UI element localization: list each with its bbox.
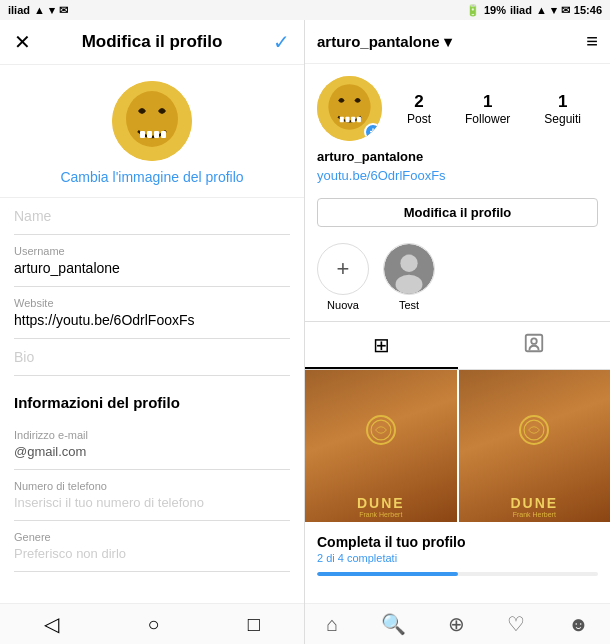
stat-posts: 2 Post [407,92,431,126]
stories-row: + Nuova Test [305,233,610,321]
battery-percent: 19% [484,4,506,16]
username-value: arturo_pantalone [14,260,290,276]
svg-point-7 [328,84,370,130]
edit-profile-button[interactable]: Modifica il profilo [317,198,598,227]
gender-label: Genere [14,531,290,543]
signal-icon-right: ▲ [536,4,547,16]
photo-cell-2[interactable]: DUNE Frank Herbert [459,370,611,522]
svg-point-18 [524,421,544,441]
form-section: Name Username arturo_pantalone Website h… [0,198,304,376]
email-field[interactable]: Indirizzo e-mail @gmail.com [14,419,290,470]
change-photo-button[interactable]: Cambia l'immagine del profilo [60,169,243,185]
profile-name: arturo_pantalone [317,149,598,164]
photo-grid: DUNE Frank Herbert DUNE Frank Herbert [305,370,610,522]
test-story-avatar [384,243,434,295]
gender-field[interactable]: Genere Preferisco non dirlo [14,521,290,572]
info-section-title: Informazioni del profilo [0,376,304,419]
svg-rect-3 [147,131,152,138]
left-header: ✕ Modifica il profilo ✓ [0,20,304,65]
profile-link[interactable]: youtu.be/6OdrlFooxFs [317,168,446,183]
svg-rect-5 [161,131,166,138]
phone-placeholder: Inserisci il tuo numero di telefono [14,495,290,510]
notifications-icon-right: ✉ [561,4,570,17]
name-field[interactable]: Name [14,198,290,235]
test-story-label: Test [399,299,419,311]
name-placeholder: Name [14,208,290,224]
website-label: Website [14,297,290,309]
status-bar-left: iliad ▲ ▾ ✉ [8,4,68,17]
dune-emblem-2 [519,415,549,445]
progress-fill [317,572,458,576]
followers-label: Follower [465,112,510,126]
recents-nav-icon[interactable]: □ [248,613,260,636]
dune-cover-2: DUNE Frank Herbert [459,370,611,522]
svg-point-17 [371,421,391,441]
grid-icon: ⊞ [373,333,390,357]
home-nav-icon[interactable]: ○ [147,613,159,636]
new-story-circle[interactable]: + [317,243,369,295]
svg-rect-8 [340,117,344,123]
posts-label: Post [407,112,431,126]
add-story-icon: + [337,256,350,282]
tab-grid[interactable]: ⊞ [305,322,458,369]
signal-icon: ▲ [34,4,45,16]
story-new[interactable]: + Nuova [317,243,369,311]
username-field[interactable]: Username arturo_pantalone [14,235,290,287]
test-story-circle[interactable] [383,243,435,295]
dune-emblem-svg-2 [523,419,545,441]
wifi-icon-right: ▾ [551,4,557,17]
dune-cover-1: DUNE Frank Herbert [305,370,457,522]
website-field[interactable]: Website https://youtu.be/6OdrlFooxFs [14,287,290,339]
followers-count: 1 [483,92,492,112]
username-label: Username [14,245,290,257]
hamburger-menu-icon[interactable]: ≡ [586,30,598,53]
carrier-right: iliad [510,4,532,16]
profile-info-right: arturo_pantalone youtu.be/6OdrlFooxFs [305,149,610,192]
avatar-right[interactable]: + [317,76,382,141]
confirm-checkmark-icon[interactable]: ✓ [273,30,290,54]
svg-rect-2 [140,131,145,138]
bio-field[interactable]: Bio [14,339,290,376]
story-test[interactable]: Test [383,243,435,311]
photo-cell-1[interactable]: DUNE Frank Herbert [305,370,457,522]
complete-profile-section: Completa il tuo profilo 2 di 4 completat… [305,522,610,588]
username-text: arturo_pantalone [317,33,440,50]
home-tab-icon[interactable]: ⌂ [326,613,338,636]
svg-rect-4 [154,131,159,138]
add-tab-icon[interactable]: ⊕ [448,612,465,636]
dune-subtitle-1: Frank Herbert [359,511,402,518]
phone-field[interactable]: Numero di telefono Inserisci il tuo nume… [14,470,290,521]
status-bar-right: 🔋 19% iliad ▲ ▾ ✉ 15:46 [466,4,602,17]
avatar-left[interactable] [112,81,192,161]
tagged-icon [523,332,545,359]
email-value: @gmail.com [14,444,290,459]
right-panel: arturo_pantalone ▾ ≡ + [305,20,610,644]
complete-profile-title: Completa il tuo profilo [317,534,598,550]
likes-tab-icon[interactable]: ♡ [507,612,525,636]
email-label: Indirizzo e-mail [14,429,290,441]
tab-tagged[interactable] [458,322,611,369]
stats-container: 2 Post 1 Follower 1 Seguiti [390,92,598,126]
tab-bar: ⊞ [305,321,610,370]
profile-tab-icon[interactable]: ☻ [568,613,589,636]
left-bottom-nav: ◁ ○ □ [0,603,304,644]
svg-point-13 [400,255,417,272]
plus-badge[interactable]: + [364,123,382,141]
carrier-left: iliad [8,4,30,16]
back-nav-icon[interactable]: ◁ [44,612,59,636]
info-subsection: Indirizzo e-mail @gmail.com Numero di te… [0,419,304,572]
dune-title-1: DUNE [357,495,405,511]
svg-point-1 [126,91,178,147]
right-username: arturo_pantalone ▾ [317,33,452,51]
right-bottom-nav: ⌂ 🔍 ⊕ ♡ ☻ [305,603,610,644]
progress-bar [317,572,598,576]
stat-followers: 1 Follower [465,92,510,126]
stat-following: 1 Seguiti [544,92,581,126]
wifi-icon: ▾ [49,4,55,17]
search-tab-icon[interactable]: 🔍 [381,612,406,636]
close-icon[interactable]: ✕ [14,30,31,54]
profile-stats-row: + 2 Post 1 Follower 1 Seguiti [305,64,610,149]
chevron-down-icon: ▾ [444,33,452,51]
status-bar: iliad ▲ ▾ ✉ 🔋 19% iliad ▲ ▾ ✉ 15:46 [0,0,610,20]
left-panel: ✕ Modifica il profilo ✓ [0,20,305,644]
